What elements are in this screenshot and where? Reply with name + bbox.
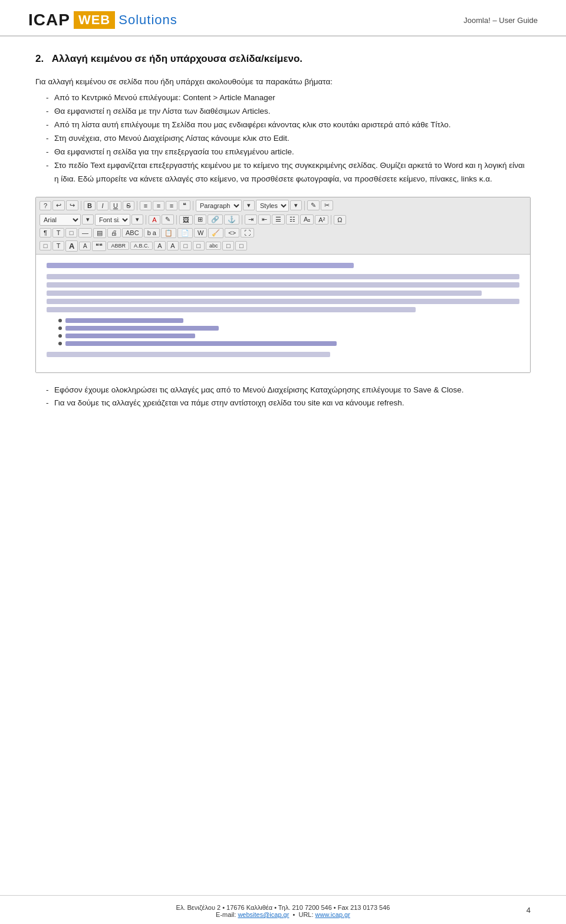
section-heading: Αλλαγή κειμένου σε ήδη υπάρχουσα σελίδα/… <box>52 53 302 64</box>
list-item: Εφόσον έχουμε ολοκληρώσει τις αλλαγές μα… <box>46 384 531 397</box>
special-char-btn[interactable]: Ω <box>334 215 345 225</box>
font-arrow[interactable]: ▾ <box>82 214 94 225</box>
sep <box>137 201 137 210</box>
list-item: Στο πεδίο Text εμφανίζεται επεξεργαστής … <box>46 159 531 186</box>
editor-bullets <box>58 318 519 346</box>
font-size-select[interactable]: Font size <box>95 214 130 226</box>
align-center-btn[interactable]: ≡ <box>153 201 164 210</box>
section-title: 2. Αλλαγή κειμένου σε ήδη υπάρχουσα σελί… <box>35 53 531 65</box>
ta2-btn[interactable]: A <box>167 241 179 250</box>
bullet-dot <box>58 334 62 338</box>
paste-btn[interactable]: 📋 <box>161 228 176 238</box>
help-btn[interactable]: ? <box>40 201 51 210</box>
font-family-select[interactable]: Arial <box>40 214 81 226</box>
align-right-btn[interactable]: ≡ <box>166 201 177 210</box>
editor-toolbar: ? ↩ ↪ B I U S ≡ ≡ ≡ ❝ Paragraph <box>36 197 530 255</box>
abc-btn[interactable]: A.B.C. <box>130 242 153 250</box>
logo-solutions: Solutions <box>119 12 177 28</box>
misc-btn[interactable]: □ <box>235 241 247 250</box>
subscript-btn[interactable]: A₂ <box>300 214 314 225</box>
page-footer: Ελ. Βενιζέλου 2 • 17676 Καλλιθέα • Τηλ. … <box>0 895 566 924</box>
strike-btn[interactable]: S <box>123 201 134 210</box>
paste-text-btn[interactable]: 📄 <box>177 228 193 238</box>
editor-line <box>47 299 519 304</box>
styles-arrow[interactable]: ▾ <box>290 200 302 210</box>
link-btn[interactable]: 🔗 <box>208 214 223 225</box>
img-btn[interactable]: 🖼 <box>179 215 193 225</box>
format-btn[interactable]: □ <box>65 228 77 237</box>
code-btn[interactable]: <> <box>225 228 239 237</box>
pagebreak-btn[interactable]: ▤ <box>93 228 106 238</box>
editor-line <box>47 263 354 268</box>
url-label: URL: <box>298 911 313 918</box>
footer-contact: E-mail: websites@icap.gr • URL: www.icap… <box>28 911 538 918</box>
editor-last-line <box>47 352 330 357</box>
align-left-btn[interactable]: ≡ <box>140 201 152 210</box>
editor-line <box>47 274 519 279</box>
sep <box>81 201 81 210</box>
bullet-bar <box>65 334 195 338</box>
bold-btn[interactable]: B <box>84 201 96 210</box>
styles-select[interactable]: Styles <box>256 200 289 212</box>
tb4-2[interactable]: T <box>52 241 64 250</box>
editor-bullet-item <box>58 334 519 338</box>
font-size2-btn[interactable]: A <box>65 240 78 252</box>
font-color-btn[interactable]: A <box>149 215 160 225</box>
lang-btn[interactable]: □ <box>222 241 234 250</box>
post-editor-list: Εφόσον έχουμε ολοκληρώσει τις αλλαγές μα… <box>46 384 531 411</box>
bullet-dot <box>58 342 62 345</box>
tb4-1[interactable]: □ <box>40 241 51 250</box>
abbr-btn[interactable]: ABBR <box>107 242 129 250</box>
para-arrow[interactable]: ▾ <box>243 200 255 210</box>
logo-area: ICAP WEB Solutions <box>28 11 177 29</box>
emoji-btn[interactable]: □ <box>180 241 192 250</box>
toolbar-row-3: ¶ T □ — ▤ 🖨 ABC b a 📋 📄 W 🧹 <> ⛶ <box>40 228 526 238</box>
undo-btn[interactable]: ↩ <box>52 200 65 210</box>
underline-btn[interactable]: U <box>110 201 121 210</box>
sep <box>176 215 177 225</box>
page-header: ICAP WEB Solutions Joomla! – User Guide <box>0 0 566 37</box>
anchor-btn[interactable]: ⚓ <box>224 214 239 225</box>
ba-btn[interactable]: b a <box>144 228 160 237</box>
font-size3-btn[interactable]: A <box>79 242 91 250</box>
show-para-btn[interactable]: ¶ <box>40 228 51 237</box>
outdent-btn[interactable]: ⇤ <box>258 214 271 225</box>
toolbar-row-4: □ T A A ❝❝ ABBR A.B.C. A A □ □ abc □ □ <box>40 240 526 252</box>
footer-url[interactable]: www.icap.gr <box>315 911 350 918</box>
list-item: Από το Κεντρικό Μενού επιλέγουμε: Conten… <box>46 91 531 105</box>
table-btn[interactable]: ⊞ <box>194 214 206 225</box>
paragraph-select[interactable]: Paragraph <box>196 200 242 212</box>
redo-btn[interactable]: ↪ <box>66 200 78 210</box>
edit-btn[interactable]: ✎ <box>307 200 320 210</box>
editor-bullet-item <box>58 341 519 346</box>
list-ul-btn[interactable]: ☰ <box>272 214 285 225</box>
superscript-btn[interactable]: A² <box>315 215 328 225</box>
indent-btn[interactable]: ⇥ <box>245 214 257 225</box>
spell-btn[interactable]: abc <box>206 242 222 250</box>
cut-btn[interactable]: ✂ <box>321 200 333 210</box>
main-content: 2. Αλλαγή κειμένου σε ήδη υπάρχουσα σελί… <box>0 37 566 440</box>
paste-word-btn[interactable]: W <box>194 228 207 237</box>
hr-btn[interactable]: — <box>78 228 92 237</box>
quote2-btn[interactable]: ❝❝ <box>92 241 106 251</box>
map-btn[interactable]: □ <box>193 241 205 250</box>
highlight-btn[interactable]: ✎ <box>162 214 174 225</box>
blockquote-btn[interactable]: ❝ <box>179 200 190 210</box>
list-item: Για να δούμε τις αλλαγές χρειάζεται να π… <box>46 397 531 410</box>
bullet-bar <box>65 326 219 331</box>
list-item: Θα εμφανιστεί η σελίδα για την επεξεργασ… <box>46 146 531 159</box>
sep <box>193 201 193 210</box>
editor-content-area <box>36 255 530 372</box>
footer-email[interactable]: websites@icap.gr <box>238 911 289 918</box>
size-arrow[interactable]: ▾ <box>131 214 143 225</box>
ta1-btn[interactable]: A <box>154 241 166 250</box>
list-ol-btn[interactable]: ☷ <box>286 214 299 225</box>
italic-btn[interactable]: I <box>97 201 108 210</box>
fullscreen-btn[interactable]: ⛶ <box>241 228 254 237</box>
text-btn[interactable]: T <box>52 228 64 237</box>
editor-bullet-item <box>58 318 519 323</box>
print-btn[interactable]: 🖨 <box>107 228 121 237</box>
spellcheck-btn[interactable]: ABC <box>122 228 143 237</box>
cleanup-btn[interactable]: 🧹 <box>208 228 223 238</box>
editor-line <box>47 291 482 296</box>
